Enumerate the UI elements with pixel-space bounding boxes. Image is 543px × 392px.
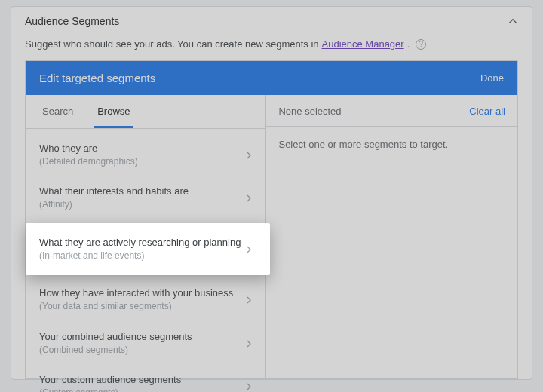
category-custom[interactable]: Your custom audience segments (Custom se… — [26, 365, 265, 392]
category-title: What their interests and habits are — [39, 185, 189, 198]
chevron-right-icon — [243, 192, 255, 204]
subheading: Suggest who should see your ads. You can… — [11, 35, 532, 60]
category-subtitle: (Combined segments) — [39, 345, 192, 357]
selection-empty-hint: Select one or more segments to target. — [266, 127, 517, 162]
collapse-icon[interactable] — [506, 14, 520, 28]
card-title: Audience Segments — [25, 15, 119, 27]
browse-pane: Search Browse Who they are (Detailed dem… — [26, 95, 266, 378]
editor-body: Search Browse Who they are (Detailed dem… — [26, 95, 517, 378]
tab-browse[interactable]: Browse — [94, 95, 133, 128]
category-subtitle: (Affinity) — [39, 199, 189, 211]
category-title: Your combined audience segments — [39, 331, 192, 344]
chevron-right-icon — [243, 243, 255, 256]
tabs: Search Browse — [26, 95, 265, 129]
audience-segments-card: Audience Segments Suggest who should see… — [11, 6, 532, 380]
category-who-they-are[interactable]: Who they are (Detailed demographics) — [26, 133, 265, 176]
chevron-right-icon — [243, 381, 255, 392]
category-interests-habits[interactable]: What their interests and habits are (Aff… — [26, 176, 265, 219]
category-subtitle: (Detailed demographics) — [39, 156, 138, 168]
chevron-right-icon — [243, 294, 255, 306]
segments-editor: Edit targeted segments Done Search Brows… — [25, 60, 518, 379]
subhead-text-a: Suggest who should see your ads. You can… — [25, 38, 319, 50]
category-title: Who they are — [39, 142, 138, 155]
chevron-right-icon — [243, 338, 255, 350]
clear-all-button[interactable]: Clear all — [469, 106, 505, 117]
chevron-right-icon — [243, 149, 255, 161]
audience-manager-link[interactable]: Audience Manager — [322, 38, 404, 50]
category-title: How they have interacted with your busin… — [39, 287, 233, 300]
category-title: What they are actively researching or pl… — [39, 237, 241, 250]
done-button[interactable]: Done — [480, 72, 504, 84]
selection-header: None selected Clear all — [266, 95, 517, 127]
category-subtitle: (Your data and similar segments) — [39, 301, 233, 313]
selection-count: None selected — [278, 106, 341, 117]
card-header: Audience Segments — [11, 7, 532, 35]
category-subtitle: (Custom segments) — [39, 387, 181, 392]
selection-pane: None selected Clear all Select one or mo… — [266, 95, 517, 378]
help-icon[interactable]: ? — [416, 39, 426, 50]
category-list: Who they are (Detailed demographics) Wha… — [26, 129, 265, 392]
category-combined[interactable]: Your combined audience segments (Combine… — [26, 322, 265, 365]
editor-header: Edit targeted segments Done — [26, 61, 517, 95]
category-title: Your custom audience segments — [39, 374, 181, 387]
subhead-text-b: . — [407, 38, 410, 50]
tab-search[interactable]: Search — [39, 95, 76, 128]
category-your-data[interactable]: How they have interacted with your busin… — [26, 278, 265, 321]
category-subtitle: (In-market and life events) — [39, 250, 241, 262]
category-in-market[interactable]: What they are actively researching or pl… — [26, 223, 270, 275]
editor-title: Edit targeted segments — [39, 72, 155, 84]
